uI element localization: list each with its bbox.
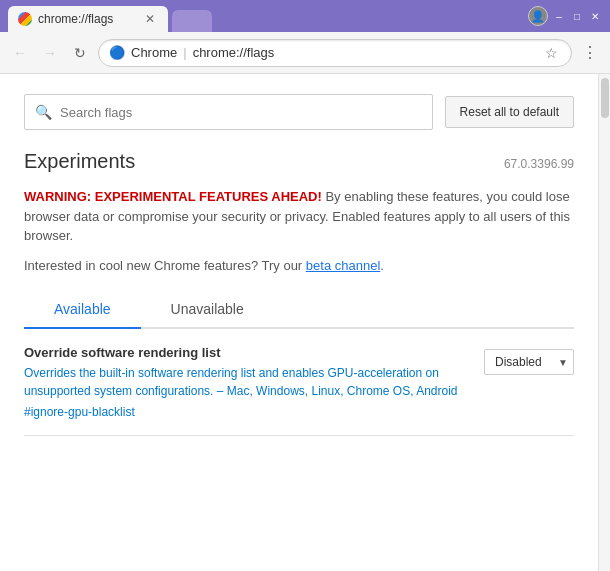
search-icon: 🔍 — [35, 104, 52, 120]
experiments-title: Experiments — [24, 150, 135, 173]
titlebar: chrome://flags ✕ 👤 – □ ✕ — [0, 0, 610, 32]
beta-suffix: . — [380, 258, 384, 273]
search-input[interactable] — [60, 105, 422, 120]
search-row: 🔍 Reset all to default — [24, 94, 574, 130]
maximize-button[interactable]: □ — [570, 9, 584, 23]
bookmark-icon[interactable]: ☆ — [541, 43, 561, 63]
feature-select-wrap[interactable]: Default Enabled Disabled ▼ — [484, 349, 574, 375]
reload-button[interactable]: ↻ — [68, 41, 92, 65]
feature-title: Override software rendering list — [24, 345, 468, 360]
reset-button[interactable]: Reset all to default — [445, 96, 574, 128]
beta-prefix: Interested in cool new Chrome features? … — [24, 258, 306, 273]
scrollbar-thumb[interactable] — [601, 78, 609, 118]
feature-anchor-link[interactable]: #ignore-gpu-blacklist — [24, 405, 135, 419]
forward-button[interactable]: → — [38, 41, 62, 65]
address-actions: ☆ — [541, 43, 561, 63]
beta-channel-link[interactable]: beta channel — [306, 258, 380, 273]
feature-item-override: Override software rendering list Overrid… — [24, 329, 574, 436]
active-tab[interactable]: chrome://flags ✕ — [8, 6, 168, 32]
warning-bold: WARNING: EXPERIMENTAL FEATURES AHEAD! — [24, 189, 322, 204]
back-button[interactable]: ← — [8, 41, 32, 65]
window-controls: 👤 – □ ✕ — [528, 6, 602, 26]
tab-title: chrome://flags — [38, 12, 136, 26]
close-tab-button[interactable]: ✕ — [142, 11, 158, 27]
page: 🔍 Reset all to default Experiments 67.0.… — [0, 74, 610, 571]
address-url: chrome://flags — [193, 45, 275, 60]
address-text: Chrome | chrome://flags — [131, 45, 274, 60]
address-bar[interactable]: 🔵 Chrome | chrome://flags ☆ — [98, 39, 572, 67]
feature-select[interactable]: Default Enabled Disabled — [484, 349, 574, 375]
version-text: 67.0.3396.99 — [504, 157, 574, 171]
minimize-button[interactable]: – — [552, 9, 566, 23]
chrome-icon: 🔵 — [109, 45, 125, 61]
page-content: 🔍 Reset all to default Experiments 67.0.… — [0, 74, 598, 571]
tabs-row: Available Unavailable — [24, 291, 574, 329]
tab-favicon — [18, 12, 32, 26]
feature-info: Override software rendering list Overrid… — [24, 345, 468, 419]
address-separator: | — [183, 45, 186, 60]
address-chrome: Chrome — [131, 45, 177, 60]
tab-available[interactable]: Available — [24, 291, 141, 329]
feature-control: Default Enabled Disabled ▼ — [484, 349, 574, 375]
menu-button[interactable]: ⋮ — [578, 41, 602, 65]
navbar: ← → ↻ 🔵 Chrome | chrome://flags ☆ ⋮ — [0, 32, 610, 74]
feature-description: Overrides the built-in software renderin… — [24, 364, 468, 400]
close-window-button[interactable]: ✕ — [588, 9, 602, 23]
inactive-tab[interactable] — [172, 10, 212, 32]
tab-unavailable[interactable]: Unavailable — [141, 291, 274, 329]
tab-strip: chrome://flags ✕ — [8, 0, 524, 32]
scrollbar[interactable] — [598, 74, 610, 571]
profile-button[interactable]: 👤 — [528, 6, 548, 26]
beta-text: Interested in cool new Chrome features? … — [24, 258, 574, 273]
search-input-wrap[interactable]: 🔍 — [24, 94, 433, 130]
warning-paragraph: WARNING: EXPERIMENTAL FEATURES AHEAD! By… — [24, 187, 574, 246]
experiments-header: Experiments 67.0.3396.99 — [24, 150, 574, 173]
